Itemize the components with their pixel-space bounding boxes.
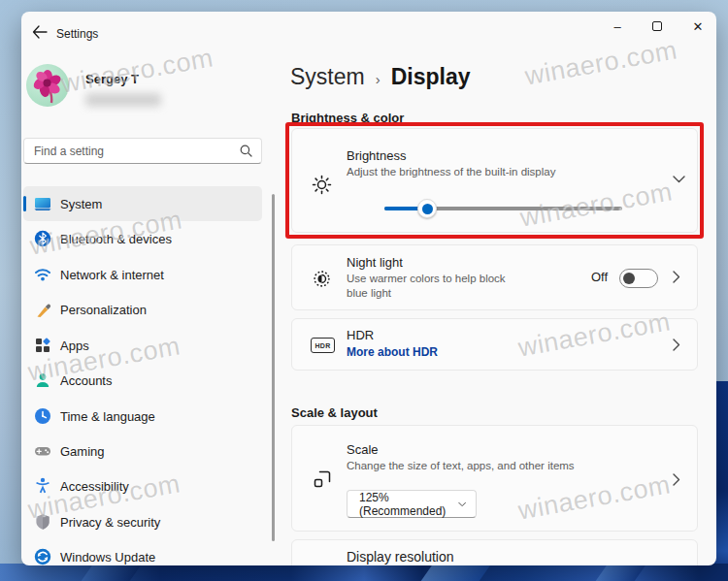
bluetooth-icon <box>34 230 51 247</box>
night-light-title: Night light <box>347 255 403 270</box>
chevron-down-icon <box>458 501 466 507</box>
search-box[interactable] <box>23 138 262 164</box>
night-light-subtitle-1: Use warmer colors to help block <box>347 273 506 284</box>
accessibility-icon <box>34 477 51 495</box>
apps-icon <box>34 337 51 354</box>
sidebar-item-personalization[interactable]: Personalization <box>23 292 262 327</box>
scale-dropdown[interactable]: 125% (Recommended) <box>347 490 477 518</box>
scale-dropdown-value: 125% (Recommended) <box>359 491 458 518</box>
chevron-down-icon[interactable] <box>673 176 685 183</box>
back-arrow-icon <box>32 25 48 39</box>
network-icon <box>34 266 51 283</box>
avatar-flower-icon <box>26 64 69 107</box>
close-icon: ✕ <box>693 19 704 34</box>
sidebar-item-label: System <box>60 197 102 211</box>
sidebar-item-apps[interactable]: Apps <box>23 328 262 363</box>
user-name: Sergey T <box>85 72 139 86</box>
chevron-right-icon[interactable] <box>673 339 680 351</box>
maximize-icon <box>652 21 662 31</box>
sidebar-item-label: Gaming <box>60 444 105 459</box>
minimize-icon: – <box>613 19 620 34</box>
brightness-subtitle: Adjust the brightness of the built-in di… <box>347 166 555 178</box>
section-header-scale-layout: Scale & layout <box>291 405 378 420</box>
avatar[interactable] <box>26 64 69 107</box>
sidebar-item-network-internet[interactable]: Network & internet <box>23 257 262 292</box>
system-icon <box>34 195 51 212</box>
windows-update-icon <box>34 548 51 565</box>
hdr-badge-icon: HDR <box>311 338 335 353</box>
sidebar-scrollbar[interactable] <box>272 194 275 541</box>
breadcrumb-separator: › <box>376 71 381 87</box>
sidebar-item-bluetooth-devices[interactable]: Bluetooth & devices <box>23 221 262 256</box>
privacy-icon <box>34 513 51 531</box>
sidebar-item-accounts[interactable]: Accounts <box>23 363 262 398</box>
page-title: Display <box>391 64 471 90</box>
sidebar-item-label: Network & internet <box>60 268 164 282</box>
sidebar-item-label: Apps <box>60 339 89 353</box>
night-light-toggle[interactable] <box>619 269 658 288</box>
desktop: Settings – ✕ Sergey T <box>0 0 728 581</box>
search-icon[interactable] <box>240 145 252 157</box>
personalization-icon <box>34 301 51 318</box>
sidebar-item-label: Bluetooth & devices <box>60 232 172 246</box>
toggle-knob <box>623 273 635 284</box>
sidebar-item-accessibility[interactable]: Accessibility <box>23 468 262 503</box>
hdr-title: HDR <box>347 328 374 342</box>
close-button[interactable]: ✕ <box>677 12 716 41</box>
sidebar-item-system[interactable]: System <box>23 186 262 221</box>
wallpaper-bottom-strip <box>0 564 728 581</box>
brightness-card[interactable]: Brightness Adjust the brightness of the … <box>291 128 698 233</box>
breadcrumb: System › Display <box>290 64 471 90</box>
back-button[interactable] <box>27 20 52 44</box>
brightness-title: Brightness <box>347 148 406 163</box>
settings-window: Settings – ✕ Sergey T <box>21 12 716 565</box>
sidebar-item-label: Accounts <box>60 373 112 388</box>
night-light-subtitle-2: blue light <box>347 287 391 299</box>
scale-card[interactable]: Scale Change the size of text, apps, and… <box>291 425 698 532</box>
sidebar-item-label: Accessibility <box>60 479 129 494</box>
display-resolution-title: Display resolution <box>347 549 454 565</box>
maximize-button[interactable] <box>636 12 678 41</box>
brightness-sun-icon <box>312 175 332 195</box>
window-title: Settings <box>56 27 98 41</box>
scale-icon <box>312 468 333 490</box>
gaming-icon <box>34 442 51 460</box>
sidebar-item-gaming[interactable]: Gaming <box>23 434 262 468</box>
accounts-icon <box>34 371 51 389</box>
time-language-icon <box>34 407 51 425</box>
sidebar-item-label: Windows Update <box>60 550 155 565</box>
section-header-brightness-color: Brightness & color <box>291 111 404 125</box>
display-resolution-card[interactable]: Display resolution Adjust the resolution… <box>291 539 698 565</box>
scale-title: Scale <box>347 442 379 457</box>
search-input[interactable] <box>24 145 240 158</box>
toggle-state-label: Off <box>591 270 608 284</box>
sidebar-item-windows-update[interactable]: Windows Update <box>23 539 262 565</box>
user-email-redacted <box>85 93 161 107</box>
minimize-button[interactable]: – <box>596 12 639 41</box>
chevron-right-icon[interactable] <box>673 271 680 283</box>
sidebar-item-label: Personalization <box>60 303 147 317</box>
sidebar-item-time-language[interactable]: Time & language <box>23 399 262 434</box>
night-light-icon <box>312 269 332 289</box>
hdr-card[interactable]: HDR HDR More about HDR <box>291 318 698 371</box>
sidebar-item-privacy-security[interactable]: Privacy & security <box>23 504 262 539</box>
selected-accent-bar <box>23 196 26 211</box>
sidebar-item-label: Time & language <box>60 409 155 424</box>
hdr-badge-text: HDR <box>311 338 335 353</box>
scale-subtitle: Change the size of text, apps, and other… <box>347 460 575 471</box>
night-light-card[interactable]: Night light Use warmer colors to help bl… <box>291 244 698 310</box>
brightness-slider[interactable] <box>384 207 622 210</box>
breadcrumb-parent[interactable]: System <box>290 64 365 90</box>
hdr-more-link[interactable]: More about HDR <box>347 345 438 359</box>
chevron-right-icon[interactable] <box>673 473 680 486</box>
sidebar-item-label: Privacy & security <box>60 515 160 530</box>
brightness-slider-thumb[interactable] <box>417 199 437 218</box>
